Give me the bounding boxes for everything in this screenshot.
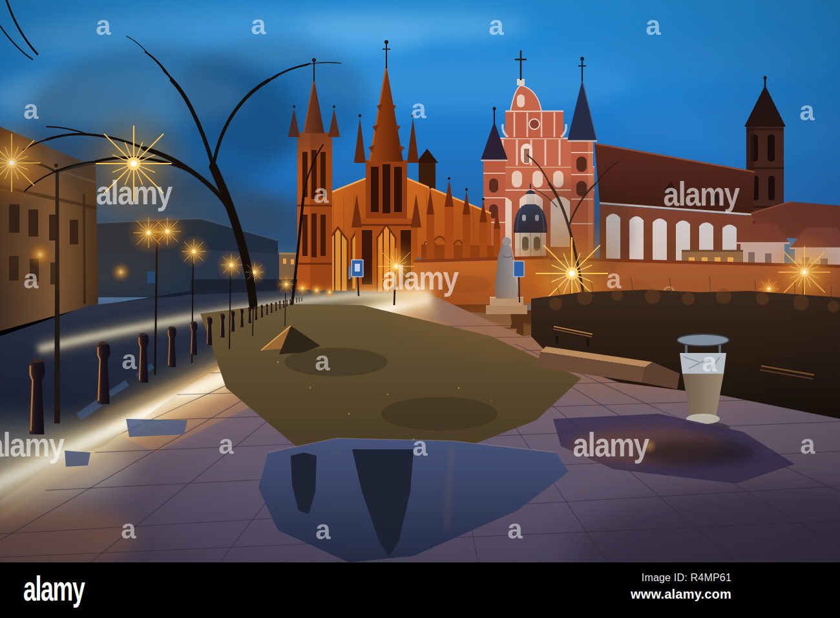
vignette bbox=[0, 0, 840, 562]
photo-vilnius-churches-dusk bbox=[0, 0, 840, 562]
alamy-url: www.alamy.com bbox=[631, 587, 731, 602]
stock-photo-page: alamyalamyalamyalamyalamyaaaaaaaaaaaaaaa… bbox=[0, 0, 840, 618]
footer-info: Image ID: R4MP61 www.alamy.com bbox=[631, 572, 731, 602]
footer-bar: alamy Image ID: R4MP61 www.alamy.com bbox=[0, 562, 840, 618]
image-id: Image ID: R4MP61 bbox=[631, 572, 731, 584]
alamy-logo: alamy bbox=[23, 568, 84, 608]
